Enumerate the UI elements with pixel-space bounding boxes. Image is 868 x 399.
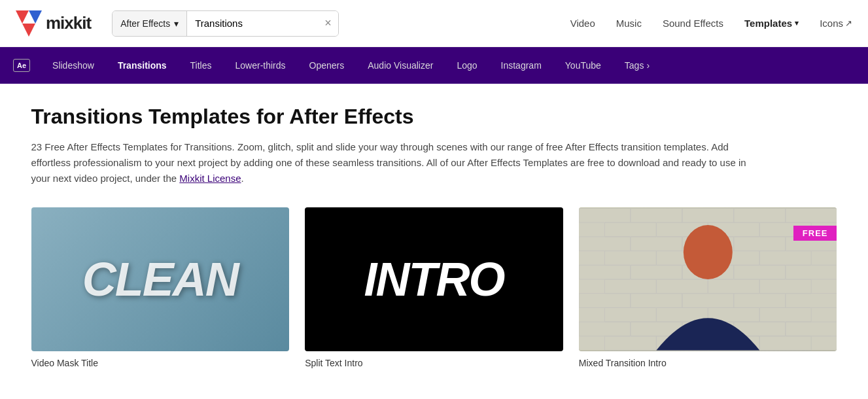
card-thumbnail-3: FREE bbox=[579, 207, 837, 351]
card-split-text-intro[interactable]: INTRO Split Text Intro bbox=[305, 207, 563, 368]
svg-point-49 bbox=[684, 225, 733, 279]
card-label-3: Mixed Transition Intro bbox=[579, 358, 837, 368]
external-link-icon: ↗ bbox=[845, 18, 852, 28]
nav-video[interactable]: Video bbox=[570, 18, 595, 29]
ae-badge: Ae bbox=[13, 59, 30, 72]
subnav-item-lower-thirds[interactable]: Lower-thirds bbox=[224, 47, 298, 84]
card-video-mask-title[interactable]: CLEAN Video Mask Title bbox=[31, 207, 290, 368]
subnav-item-logo[interactable]: Logo bbox=[445, 47, 489, 84]
card-thumb-text-2: INTRO bbox=[364, 252, 504, 306]
card-grid: CLEAN Video Mask Title INTRO Split Text … bbox=[31, 207, 837, 368]
svg-marker-2 bbox=[22, 24, 35, 37]
mixkit-license-link[interactable]: Mixkit License bbox=[179, 173, 241, 184]
subnav-item-tags[interactable]: Tags › bbox=[613, 47, 661, 84]
nav-music[interactable]: Music bbox=[616, 18, 642, 29]
search-dropdown[interactable]: After Effects ▾ bbox=[113, 11, 187, 36]
subnav-item-youtube[interactable]: YouTube bbox=[553, 47, 613, 84]
search-group: After Effects ▾ × bbox=[112, 10, 339, 37]
subnav: Ae Slideshow Transitions Titles Lower-th… bbox=[0, 47, 868, 84]
card-mixed-transition-intro[interactable]: FREE Mixed Transition Intro bbox=[579, 207, 837, 368]
subnav-item-audio-visualizer[interactable]: Audio Visualizer bbox=[356, 47, 445, 84]
chevron-down-icon: ▾ bbox=[795, 19, 799, 27]
card-thumbnail-1: CLEAN bbox=[31, 207, 290, 351]
chevron-down-icon: ▾ bbox=[174, 18, 179, 29]
card-thumbnail-2: INTRO bbox=[305, 207, 563, 351]
page-title: Transitions Templates for After Effects bbox=[31, 105, 837, 129]
card-label-1: Video Mask Title bbox=[31, 358, 290, 368]
subnav-item-transitions[interactable]: Transitions bbox=[106, 47, 179, 84]
dropdown-label: After Effects bbox=[120, 18, 170, 29]
main-content: Transitions Templates for After Effects … bbox=[16, 84, 853, 368]
logo[interactable]: mixkit bbox=[16, 10, 91, 37]
subnav-item-slideshow[interactable]: Slideshow bbox=[41, 47, 106, 84]
subnav-item-openers[interactable]: Openers bbox=[298, 47, 356, 84]
svg-marker-0 bbox=[16, 10, 29, 24]
nav-templates[interactable]: Templates ▾ bbox=[744, 18, 799, 29]
subnav-item-titles[interactable]: Titles bbox=[179, 47, 224, 84]
card-label-2: Split Text Intro bbox=[305, 358, 563, 368]
nav-sound-effects[interactable]: Sound Effects bbox=[663, 18, 723, 29]
svg-marker-1 bbox=[29, 10, 42, 24]
header-nav: Video Music Sound Effects Templates ▾ Ic… bbox=[570, 18, 852, 29]
search-input[interactable] bbox=[187, 11, 318, 36]
card-thumb-text-1: CLEAN bbox=[82, 252, 238, 306]
nav-icons[interactable]: Icons ↗ bbox=[820, 18, 852, 29]
page-description: 23 Free After Effects Templates for Tran… bbox=[31, 139, 751, 186]
header: mixkit After Effects ▾ × Video Music Sou… bbox=[0, 0, 868, 47]
free-badge: FREE bbox=[793, 226, 837, 241]
subnav-item-instagram[interactable]: Instagram bbox=[489, 47, 553, 84]
search-clear-button[interactable]: × bbox=[318, 11, 338, 36]
logo-text: mixkit bbox=[46, 13, 91, 33]
chevron-right-icon: › bbox=[646, 60, 650, 71]
